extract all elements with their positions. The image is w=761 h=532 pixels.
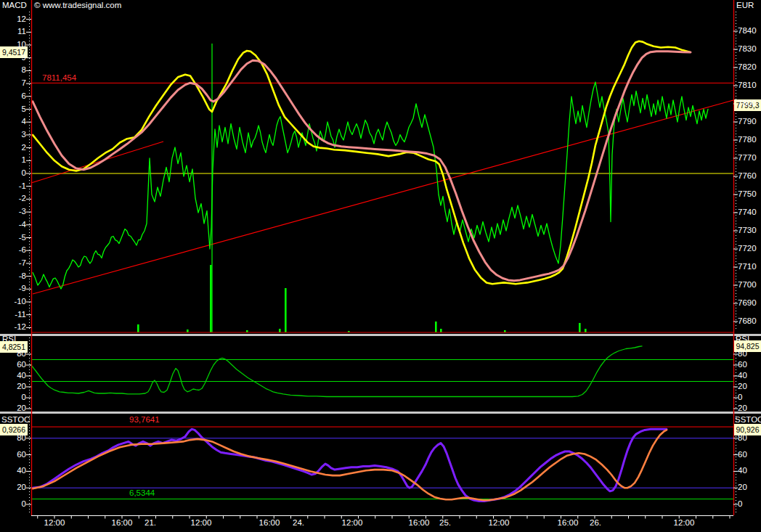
volume-bar xyxy=(579,323,581,332)
price-axis-tick-label: 7800 xyxy=(738,99,757,108)
price-hline-label: 7811,454 xyxy=(42,73,76,83)
chart-canvas[interactable] xyxy=(0,0,761,532)
rsi-series xyxy=(30,346,642,397)
time-axis-label: 12:00 xyxy=(38,518,70,528)
price-axis-tick-label: 7770 xyxy=(738,153,757,163)
macd-axis-tick-label: 12 xyxy=(0,15,26,24)
macd-axis-tick-label: -7 xyxy=(0,258,26,268)
sstoc-axis-tick-label: 0 xyxy=(738,499,742,509)
time-axis-label: 24. xyxy=(282,518,314,528)
time-axis-label: 12:00 xyxy=(483,518,515,528)
sstoc-axis-tick-label: 40 xyxy=(738,466,747,475)
time-axis-label: 12:00 xyxy=(185,518,217,528)
macd-axis-tick-label: 10 xyxy=(0,40,26,49)
rsi-axis-tick-label: 60 xyxy=(738,360,747,369)
price-axis-tick-label: 7760 xyxy=(738,171,757,181)
macd-axis-tick-label: -1 xyxy=(0,181,26,191)
price-axis-tick-label: 7730 xyxy=(738,226,757,235)
rsi-axis-tick-label: 0 xyxy=(0,393,26,402)
macd-axis-tick-label: 7 xyxy=(0,78,26,88)
time-axis-label: 16:00 xyxy=(253,518,285,528)
rsi-axis-tick-label: 0 xyxy=(738,393,742,402)
volume-bar xyxy=(435,322,437,332)
time-axis-label: 25. xyxy=(429,518,461,528)
macd-axis-tick-label: 8 xyxy=(0,65,26,75)
macd-axis-tick-label: -11 xyxy=(0,310,26,319)
sstoc-axis-tick-label: 40 xyxy=(0,466,26,475)
macd-axis-tick-label: 11 xyxy=(0,27,26,36)
macd-axis-tick-label: 4 xyxy=(0,117,26,126)
macd-axis-tick-label: 3 xyxy=(0,130,26,139)
sstoc_d-series xyxy=(33,430,667,500)
macd-axis-tick-label: -8 xyxy=(0,271,26,281)
price-axis-tick-label: 7710 xyxy=(738,262,757,271)
copyright-text: © www.tradesignal.com xyxy=(34,1,121,10)
sstoc-axis-tick-label: 80 xyxy=(738,433,747,443)
rsi-axis-tick-label: 20 xyxy=(738,382,747,391)
macd-axis-tick-label: 6 xyxy=(0,91,26,101)
macd_line-series xyxy=(33,41,690,285)
macd-axis-tick-label: 1 xyxy=(0,155,26,165)
sstoc-axis-tick-label: 20 xyxy=(0,483,26,492)
trading-chart-window: MACD © www.tradesignal.com EUR 7811,454 … xyxy=(0,0,761,532)
trendline xyxy=(31,142,163,183)
price-axis-tick-label: 7840 xyxy=(738,26,757,36)
macd-axis-tick-label: -2 xyxy=(0,194,26,203)
time-axis-label: 26. xyxy=(579,518,611,528)
macd-axis-tick-label: -5 xyxy=(0,233,26,242)
volume-bar xyxy=(285,288,287,332)
sstoc-axis-tick-label: 80 xyxy=(0,433,26,443)
rsi-axis-tick-label: 60 xyxy=(0,360,26,369)
price-axis-tick-label: 7690 xyxy=(738,298,757,308)
panel-separator xyxy=(0,412,761,414)
rsi-axis-tick-label: 20 xyxy=(0,382,26,391)
price-axis-tick-label: 7810 xyxy=(738,81,757,90)
sstoc-axis-tick-label: 0 xyxy=(0,499,26,509)
sstoc-axis-tick-label: 60 xyxy=(0,450,26,459)
price-axis-tick-label: 7700 xyxy=(738,280,757,290)
volume-bar xyxy=(137,324,139,332)
sstoc-axis-tick-label: 20 xyxy=(738,483,747,492)
sstoc-lower-line-label: 6,5344 xyxy=(129,488,155,498)
rsi-axis-tick-label: 20 xyxy=(0,404,26,413)
macd-axis-tick-label: 2 xyxy=(0,143,26,152)
macd-axis-tick-label: 0 xyxy=(0,168,26,178)
sstoc-upper-line-label: 93,7641 xyxy=(129,415,160,425)
macd-axis-tick-label: -4 xyxy=(0,220,26,229)
sstoc-axis-tick-label: 60 xyxy=(738,450,747,459)
rsi-axis-tick-label: 40 xyxy=(0,371,26,380)
right-axis-title-eur: EUR xyxy=(736,1,754,10)
panel-separator xyxy=(0,334,761,336)
macd-axis-tick-label: 5 xyxy=(0,105,26,114)
time-axis-label: 16:00 xyxy=(106,518,138,528)
time-axis-label: 21. xyxy=(134,518,166,528)
sstoc_k-series xyxy=(33,429,667,501)
price-axis-tick-label: 7750 xyxy=(738,189,757,199)
rsi-axis-tick-label: 40 xyxy=(738,371,747,380)
price-axis-tick-label: 7820 xyxy=(738,62,757,72)
volume-bar xyxy=(210,265,212,332)
price_eur-series xyxy=(33,82,708,289)
macd-axis-tick-label: -3 xyxy=(0,207,26,216)
macd-axis-tick-label: -12 xyxy=(0,322,26,332)
trendline xyxy=(33,100,733,294)
macd-axis-tick-label: 9 xyxy=(0,53,26,62)
price-axis-tick-label: 7720 xyxy=(738,244,757,253)
indicator-title-macd: MACD xyxy=(2,1,27,10)
price-axis-tick-label: 7740 xyxy=(738,208,757,217)
volume-bar xyxy=(440,329,442,332)
time-axis-label: 12:00 xyxy=(668,518,700,528)
macd-axis-tick-label: -9 xyxy=(0,284,26,293)
rsi-axis-tick-label: 80 xyxy=(738,349,747,359)
rsi-axis-tick-label: 80 xyxy=(0,349,26,359)
time-axis-label: 12:00 xyxy=(336,518,368,528)
price-axis-tick-label: 7790 xyxy=(738,117,757,126)
price-axis-tick-label: 7830 xyxy=(738,44,757,54)
volume-bar xyxy=(279,329,281,332)
price-axis-tick-label: 7680 xyxy=(738,316,757,326)
price-axis-tick-label: 7780 xyxy=(738,135,757,144)
rsi-axis-tick-label: 20 xyxy=(738,404,747,413)
macd-axis-tick-label: -6 xyxy=(0,245,26,255)
macd-axis-tick-label: -10 xyxy=(0,297,26,306)
volume-bar xyxy=(585,329,587,332)
